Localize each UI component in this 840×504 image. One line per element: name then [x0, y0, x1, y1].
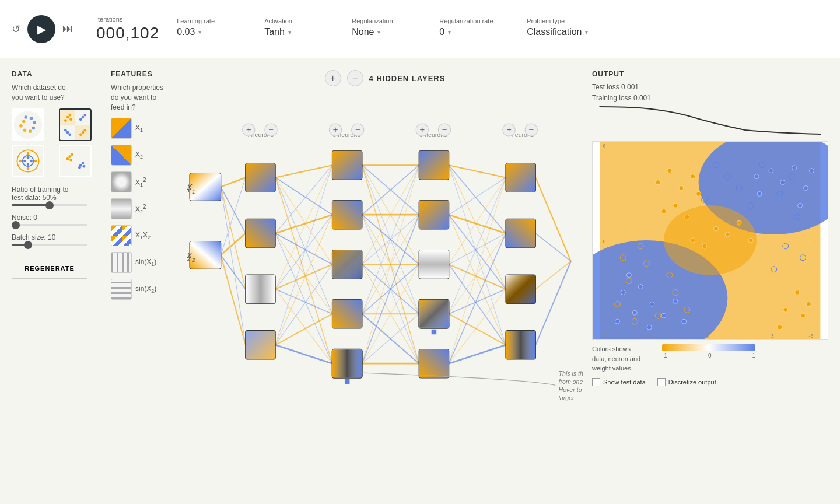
network-canvas: 4 neurons + − 5 neurons + − 5 neurons + … [187, 92, 583, 492]
svg-text:from one neuron.: from one neuron. [559, 378, 584, 385]
discretize-output-label: Discretize output [668, 379, 716, 386]
regenerate-button[interactable]: REGENERATE [12, 258, 88, 279]
svg-point-246 [647, 326, 652, 330]
dataset-item-gaussian[interactable] [59, 145, 92, 177]
feature-sinx2-thumb [111, 279, 132, 300]
feature-sinx1[interactable]: sin(X1) [111, 252, 181, 273]
output-viz-svg: 0 0 6 -6 6 -6 -3 3 [593, 142, 828, 339]
svg-point-237 [783, 308, 788, 313]
svg-text:-6: -6 [603, 333, 608, 339]
svg-point-2 [19, 124, 23, 128]
feature-x1sq[interactable]: X12 [111, 172, 181, 192]
step-button[interactable]: ⏭ [62, 23, 73, 35]
svg-point-7 [30, 117, 33, 120]
feature-sinx2[interactable]: sin(X2) [111, 279, 181, 300]
network-header: + − 4 HIDDEN LAYERS [187, 70, 583, 86]
discretize-output-checkbox[interactable]: Discretize output [657, 378, 716, 386]
svg-rect-167 [419, 151, 449, 180]
svg-line-83 [275, 215, 332, 289]
feature-x1[interactable]: X1 [111, 118, 181, 139]
show-test-data-checkbox[interactable]: Show test data [592, 378, 646, 386]
svg-point-234 [691, 238, 695, 243]
feature-x1x2[interactable]: X1X2 [111, 225, 181, 246]
svg-point-248 [626, 273, 631, 278]
remove-layer-button[interactable]: − [347, 70, 363, 86]
dataset-item-xor[interactable] [12, 145, 44, 177]
feature-x2[interactable]: X2 [111, 145, 181, 166]
svg-rect-156 [332, 151, 362, 180]
dataset-item-spiral[interactable] [12, 108, 44, 141]
feature-sinx1-label: sin(X1) [135, 258, 156, 267]
svg-rect-36 [60, 146, 90, 176]
problem-type-label: Problem type [527, 18, 597, 24]
show-test-data-box[interactable] [592, 378, 600, 386]
svg-point-258 [809, 169, 814, 173]
batch-slider-section: Batch size: 10 [12, 233, 102, 246]
svg-line-88 [275, 215, 332, 345]
svg-point-15 [68, 114, 71, 117]
learning-rate-value: 0.03 [177, 27, 195, 37]
svg-rect-171 [419, 250, 449, 279]
learning-rate-select[interactable]: 0.03 ▾ [177, 27, 247, 40]
svg-point-250 [682, 320, 687, 324]
svg-line-81 [275, 233, 332, 363]
regularization-rate-select[interactable]: 0 ▾ [439, 27, 509, 40]
svg-point-240 [778, 326, 782, 330]
iterations-value: 000,102 [96, 24, 159, 43]
problem-type-value: Classification [527, 27, 582, 37]
output-title: OUTPUT [592, 70, 828, 78]
iterations-label: Iterations [96, 16, 159, 23]
playback-controls: ↺ ▶ ⏭ [12, 15, 73, 43]
svg-point-22 [66, 131, 69, 134]
regularization-block: Regularization None ▾ [352, 18, 422, 40]
regularization-value: None [352, 27, 374, 37]
svg-rect-174 [432, 330, 437, 335]
feature-sinx1-thumb [111, 252, 132, 273]
svg-point-35 [23, 159, 26, 162]
svg-point-199 [664, 206, 757, 275]
play-button[interactable]: ▶ [27, 15, 55, 43]
feature-x2sq[interactable]: X22 [111, 198, 181, 219]
svg-text:+: + [419, 125, 425, 134]
problem-type-select[interactable]: Classification ▾ [527, 27, 597, 40]
reset-button[interactable]: ↺ [12, 23, 20, 36]
dataset-item-cluster[interactable] [59, 108, 92, 141]
output-visualization: 0 0 6 -6 6 -6 -3 3 [592, 141, 828, 340]
svg-text:larger.: larger. [559, 394, 576, 401]
svg-point-39 [66, 158, 69, 160]
svg-point-21 [83, 114, 86, 117]
discretize-output-box[interactable] [657, 378, 666, 386]
svg-point-23 [68, 133, 71, 136]
svg-text:+: + [246, 125, 251, 134]
svg-point-229 [662, 209, 666, 214]
svg-rect-176 [419, 349, 449, 378]
batch-label: Batch size: 10 [12, 233, 102, 242]
svg-point-30 [27, 167, 30, 170]
feature-x2sq-label: X22 [135, 204, 146, 215]
svg-text:-6: -6 [809, 333, 814, 339]
svg-point-226 [656, 180, 660, 185]
batch-slider[interactable] [12, 244, 88, 246]
ratio-slider[interactable] [12, 204, 88, 206]
svg-text:This is the output: This is the output [559, 370, 584, 377]
svg-rect-158 [332, 201, 362, 229]
svg-point-244 [662, 314, 666, 318]
add-layer-button[interactable]: + [325, 70, 341, 86]
feature-x1-thumb [111, 118, 132, 139]
svg-point-14 [64, 119, 66, 122]
color-bar-desc: Colors showsdata, neuron andweight value… [592, 344, 656, 373]
regularization-select[interactable]: None ▾ [352, 27, 422, 40]
activation-select[interactable]: Tanh ▾ [264, 27, 334, 40]
loss-chart [592, 104, 828, 136]
svg-point-236 [795, 290, 800, 295]
color-bar-labels: -1 0 1 [662, 352, 755, 359]
regularization-rate-value: 0 [439, 27, 444, 37]
network-svg: 4 neurons + − 5 neurons + − 5 neurons + … [187, 92, 583, 492]
svg-line-71 [220, 255, 246, 345]
svg-point-13 [69, 118, 72, 121]
svg-line-64 [220, 177, 246, 187]
noise-label: Noise: 0 [12, 214, 102, 222]
main-content: DATA Which dataset doyou want to use? [0, 58, 840, 504]
noise-slider[interactable] [12, 224, 88, 226]
svg-text:+: + [333, 125, 338, 134]
